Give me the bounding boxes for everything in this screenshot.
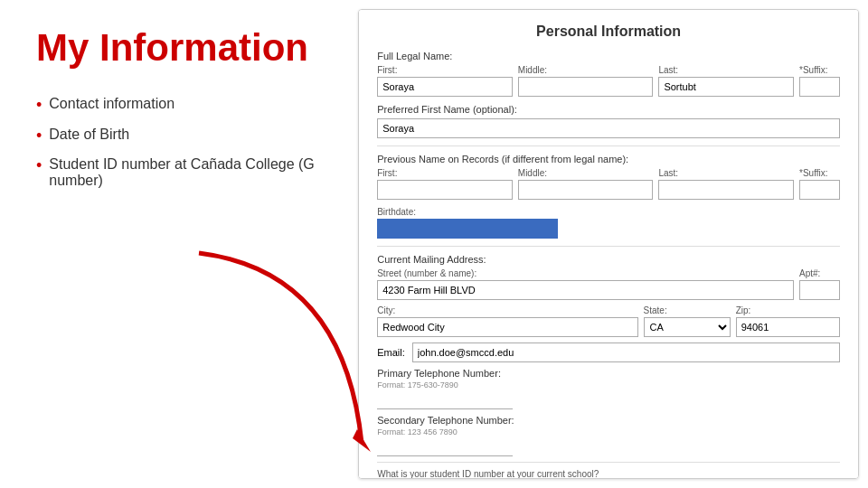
middle-name-input[interactable]	[518, 77, 654, 97]
bullet-dob: Date of Birth	[36, 127, 322, 146]
first-name-label: First:	[377, 65, 513, 75]
birthdate-row: Birthdate:	[377, 207, 840, 239]
form-title: Personal Information	[377, 23, 840, 40]
primary-phone-input[interactable]	[377, 391, 513, 409]
email-input[interactable]	[412, 343, 840, 362]
prev-first-label: First:	[377, 168, 513, 178]
birthdate-label: Birthdate:	[377, 207, 840, 217]
preferred-name-row	[377, 118, 840, 138]
email-label: Email:	[377, 347, 405, 358]
apt-group: Apt#:	[799, 268, 840, 300]
full-legal-name-label: Full Legal Name:	[377, 51, 840, 61]
primary-phone-section: Primary Telephone Number: Format: 175-63…	[377, 368, 840, 409]
prev-first-group: First:	[377, 168, 513, 200]
birthdate-input[interactable]	[377, 219, 558, 239]
prev-last-input[interactable]	[658, 180, 794, 200]
state-select[interactable]: CA NY TX	[644, 317, 731, 337]
street-label: Street (number & name):	[377, 268, 794, 278]
secondary-phone-format: Format: 123 456 7890	[377, 427, 840, 436]
birthdate-group: Birthdate:	[377, 207, 840, 239]
primary-phone-input-row	[377, 391, 840, 409]
city-state-zip-row: City: State: CA NY TX Zip:	[377, 305, 840, 337]
prev-middle-input[interactable]	[518, 180, 654, 200]
student-id-section: What is your student ID number at your c…	[377, 462, 840, 479]
legal-name-row: First: Middle: Last: *Suffix:	[377, 65, 840, 97]
suffix-input[interactable]	[799, 77, 840, 97]
city-input[interactable]	[377, 317, 637, 337]
form-panel: Personal Information Full Legal Name: Fi…	[358, 9, 859, 479]
previous-name-row: First: Middle: Last: *Suffix:	[377, 168, 840, 200]
street-group: Street (number & name):	[377, 268, 794, 300]
prev-middle-group: Middle:	[518, 168, 654, 200]
prev-middle-label: Middle:	[518, 168, 654, 178]
prev-last-group: Last:	[658, 168, 794, 200]
suffix-group: *Suffix:	[799, 65, 840, 97]
city-group: City:	[377, 305, 637, 337]
bullet-contact: Contact information	[36, 96, 322, 116]
primary-phone-format: Format: 175-630-7890	[377, 380, 840, 389]
preferred-name-label: Preferred First Name (optional):	[377, 104, 840, 115]
suffix-label: *Suffix:	[799, 65, 840, 75]
secondary-phone-label: Secondary Telephone Number:	[377, 415, 840, 426]
previous-name-label: Previous Name on Records (if different f…	[377, 154, 840, 164]
bullet-list: Contact information Date of Birth Studen…	[36, 96, 322, 200]
divider-2	[377, 246, 840, 247]
primary-phone-label: Primary Telephone Number:	[377, 368, 840, 379]
middle-name-group: Middle:	[518, 65, 654, 97]
city-label: City:	[377, 305, 637, 315]
apt-label: Apt#:	[799, 268, 840, 278]
prev-suffix-group: *Suffix:	[799, 168, 840, 200]
last-name-input[interactable]	[658, 77, 794, 97]
zip-group: Zip:	[736, 305, 840, 337]
middle-name-label: Middle:	[518, 65, 654, 75]
state-group: State: CA NY TX	[644, 305, 731, 337]
street-input[interactable]	[377, 280, 794, 300]
preferred-name-input[interactable]	[377, 118, 840, 138]
prev-first-input[interactable]	[377, 180, 513, 200]
first-name-group: First:	[377, 65, 513, 97]
last-name-group: Last:	[658, 65, 794, 97]
apt-input[interactable]	[799, 280, 840, 300]
student-id-question: What is your student ID number at your c…	[377, 468, 840, 479]
prev-suffix-input[interactable]	[799, 180, 840, 200]
prev-suffix-label: *Suffix:	[799, 168, 840, 178]
page-title: My Information	[36, 27, 322, 69]
divider-1	[377, 145, 840, 146]
zip-input[interactable]	[736, 317, 840, 337]
secondary-phone-section: Secondary Telephone Number: Format: 123 …	[377, 415, 840, 456]
bullet-student-id: Student ID number at Cañada College (G n…	[36, 156, 322, 189]
email-row: Email:	[377, 343, 840, 362]
zip-label: Zip:	[736, 305, 840, 315]
street-row: Street (number & name): Apt#:	[377, 268, 840, 300]
prev-last-label: Last:	[658, 168, 794, 178]
last-name-label: Last:	[658, 65, 794, 75]
left-panel: My Information Contact information Date …	[0, 0, 358, 488]
address-label: Current Mailing Address:	[377, 254, 840, 265]
secondary-phone-input[interactable]	[377, 438, 513, 456]
first-name-input[interactable]	[377, 77, 513, 97]
state-label: State:	[644, 305, 731, 315]
secondary-phone-input-row	[377, 438, 840, 456]
